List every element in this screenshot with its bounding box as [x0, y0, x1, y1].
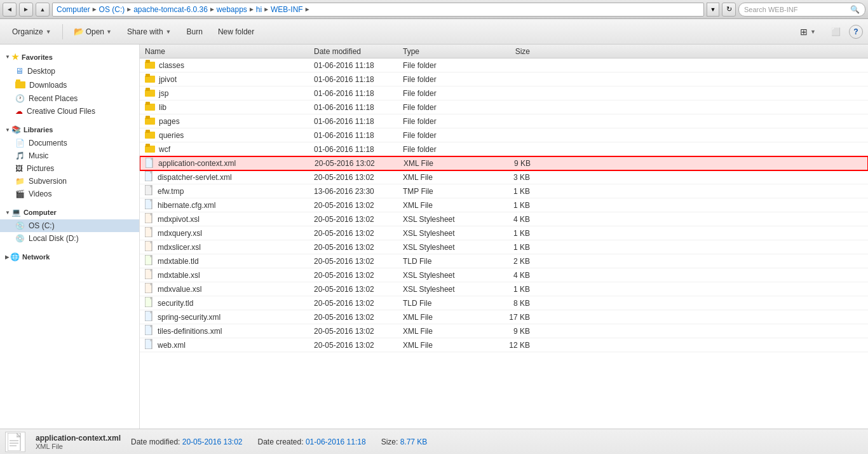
sidebar-item-recent[interactable]: 🕐 Recent Places — [0, 92, 139, 105]
file-size-cell: 9 KB — [480, 159, 531, 168]
file-row[interactable]: dispatcher-servlet.xml20-05-2016 13:02XM… — [140, 170, 868, 184]
refresh-button[interactable]: ↻ — [722, 3, 736, 17]
open-button[interactable]: 📂 Open ▼ — [67, 22, 119, 41]
file-row[interactable]: mdxtable.tld20-05-2016 13:02TLD File2 KB — [140, 254, 868, 268]
views-button[interactable]: ⊞▼ — [793, 22, 823, 41]
col-header-size[interactable]: Size — [479, 47, 530, 56]
file-row[interactable]: application-context.xml20-05-2016 13:02X… — [140, 156, 868, 170]
main-layout: ▼ ★ Favorites 🖥 Desktop Downloads 🕐 Rece… — [0, 45, 868, 429]
file-row[interactable]: jsp01-06-2016 11:18File folder — [140, 86, 868, 100]
address-computer[interactable]: Computer — [57, 5, 90, 14]
network-label: Network — [22, 253, 50, 261]
file-row[interactable]: jpivot01-06-2016 11:18File folder — [140, 72, 868, 86]
search-input[interactable]: Search WEB-INF 🔍 — [738, 3, 865, 17]
file-type-cell: XML File — [403, 327, 479, 336]
file-row[interactable]: queries01-06-2016 11:18File folder — [140, 128, 868, 142]
address-input[interactable]: Computer ► OS (C:) ► apache-tomcat-6.0.3… — [52, 3, 704, 17]
address-tomcat[interactable]: apache-tomcat-6.0.36 — [133, 5, 208, 14]
organize-button[interactable]: Organize ▼ — [5, 22, 58, 41]
libraries-section[interactable]: ▼ 📚 Libraries — [0, 123, 139, 137]
svg-rect-15 — [146, 144, 150, 147]
file-row[interactable]: lib01-06-2016 11:18File folder — [140, 100, 868, 114]
computer-label: Computer — [24, 209, 57, 216]
address-osc[interactable]: OS (C:) — [99, 5, 125, 14]
file-name-cell: dispatcher-servlet.xml — [142, 171, 314, 183]
file-row[interactable]: security.tld20-05-2016 13:02TLD File8 KB — [140, 296, 868, 310]
search-placeholder: Search WEB-INF — [744, 6, 797, 13]
file-icon — [145, 269, 154, 281]
file-date-cell: 20-05-2016 13:02 — [314, 257, 403, 266]
file-icon — [145, 171, 154, 183]
file-row[interactable]: mdxquery.xsl20-05-2016 13:02XSL Styleshe… — [140, 226, 868, 240]
libraries-icon: 📚 — [11, 125, 21, 134]
file-name-cell: queries — [142, 130, 314, 141]
sidebar-item-desktop[interactable]: 🖥 Desktop — [0, 64, 139, 78]
preview-button[interactable]: ⬜ — [824, 22, 848, 41]
favorites-section[interactable]: ▼ ★ Favorites — [0, 50, 139, 64]
sidebar-item-videos[interactable]: 🎬 Videos — [0, 188, 139, 200]
file-size-cell: 3 KB — [479, 173, 530, 182]
status-size: Size: 8.77 KB — [381, 437, 428, 446]
search-icon: 🔍 — [850, 5, 860, 14]
file-type-cell: File folder — [403, 75, 479, 84]
file-name-label: lib — [159, 103, 166, 112]
file-name-cell: mdxquery.xsl — [142, 227, 314, 239]
file-row[interactable]: web.xml20-05-2016 13:02XML File12 KB — [140, 338, 868, 352]
file-name-label: classes — [159, 61, 184, 70]
col-header-name[interactable]: Name — [142, 47, 314, 56]
file-row[interactable]: mdxtable.xsl20-05-2016 13:02XSL Styleshe… — [140, 268, 868, 282]
file-row[interactable]: spring-security.xml20-05-2016 13:02XML F… — [140, 310, 868, 324]
back-button[interactable]: ◄ — [3, 3, 17, 17]
forward-button[interactable]: ► — [19, 3, 33, 17]
address-dropdown-button[interactable]: ▼ — [707, 3, 719, 17]
file-row[interactable]: tiles-definitions.xml20-05-2016 13:02XML… — [140, 324, 868, 338]
file-size-cell: 8 KB — [479, 299, 530, 308]
file-row[interactable]: efw.tmp13-06-2016 23:30TMP File1 KB — [140, 184, 868, 198]
sidebar-item-downloads[interactable]: Downloads — [0, 78, 139, 92]
file-type-cell: TMP File — [403, 187, 479, 196]
file-date-cell: 20-05-2016 13:02 — [314, 215, 403, 224]
file-size-cell: 2 KB — [479, 257, 530, 266]
up-button[interactable]: ▲ — [36, 3, 50, 17]
sidebar-item-documents[interactable]: 📄 Documents — [0, 137, 139, 149]
sidebar-item-subversion[interactable]: 📁 Subversion — [0, 175, 139, 188]
sidebar-item-locald[interactable]: 💿 Local Disk (D:) — [0, 232, 139, 245]
folder-icon — [145, 74, 155, 85]
address-webinf[interactable]: WEB-INF — [271, 5, 303, 14]
file-name-label: wcf — [159, 145, 170, 154]
file-row[interactable]: mdxvalue.xsl20-05-2016 13:02XSL Styleshe… — [140, 282, 868, 296]
computer-icon: 💻 — [11, 208, 21, 217]
share-button[interactable]: Share with ▼ — [120, 22, 179, 41]
downloads-icon — [15, 79, 25, 90]
computer-section[interactable]: ▼ 💻 Computer — [0, 205, 139, 219]
sidebar-desktop-label: Desktop — [27, 67, 55, 76]
sidebar-item-music[interactable]: 🎵 Music — [0, 149, 139, 162]
file-name-cell: mdxtable.xsl — [142, 269, 314, 281]
file-type-cell: File folder — [403, 131, 479, 140]
file-row[interactable]: hibernate.cfg.xml20-05-2016 13:02XML Fil… — [140, 198, 868, 212]
sidebar-item-pictures[interactable]: 🖼 Pictures — [0, 162, 139, 175]
burn-label: Burn — [187, 27, 203, 36]
address-hi[interactable]: hi — [256, 5, 262, 14]
burn-button[interactable]: Burn — [180, 22, 210, 41]
file-icon — [145, 185, 154, 197]
address-webapps[interactable]: webapps — [217, 5, 247, 14]
file-icon — [145, 311, 154, 323]
file-date-cell: 20-05-2016 13:02 — [314, 173, 403, 182]
status-size-label: Size: — [381, 437, 398, 446]
new-folder-button[interactable]: New folder — [211, 22, 261, 41]
sidebar-item-osc[interactable]: 💿 OS (C:) — [0, 219, 139, 232]
file-row[interactable]: wcf01-06-2016 11:18File folder — [140, 142, 868, 156]
col-header-date[interactable]: Date modified — [314, 47, 403, 56]
file-name-label: hibernate.cfg.xml — [158, 201, 215, 210]
file-row[interactable]: classes01-06-2016 11:18File folder — [140, 58, 868, 72]
col-header-type[interactable]: Type — [403, 47, 479, 56]
help-button[interactable]: ? — [849, 25, 863, 39]
sidebar-item-creative[interactable]: ☁ Creative Cloud Files — [0, 105, 139, 118]
file-icon — [145, 255, 154, 267]
network-section[interactable]: ▶ 🌐 Network — [0, 250, 139, 264]
file-row[interactable]: mdxslicer.xsl20-05-2016 13:02XSL Stylesh… — [140, 240, 868, 254]
file-row[interactable]: mdxpivot.xsl20-05-2016 13:02XSL Styleshe… — [140, 212, 868, 226]
file-row[interactable]: pages01-06-2016 11:18File folder — [140, 114, 868, 128]
file-name-cell: hibernate.cfg.xml — [142, 199, 314, 211]
